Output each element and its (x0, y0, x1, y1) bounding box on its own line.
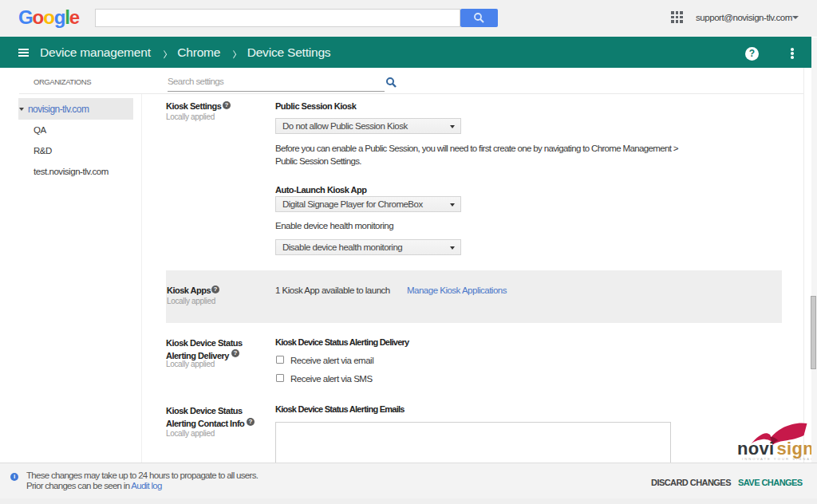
svg-text:novi: novi (737, 439, 774, 459)
svg-text:sign: sign (777, 439, 814, 459)
svg-text:INNOVATE YOUR SIGNAGE: INNOVATE YOUR SIGNAGE (742, 457, 817, 461)
